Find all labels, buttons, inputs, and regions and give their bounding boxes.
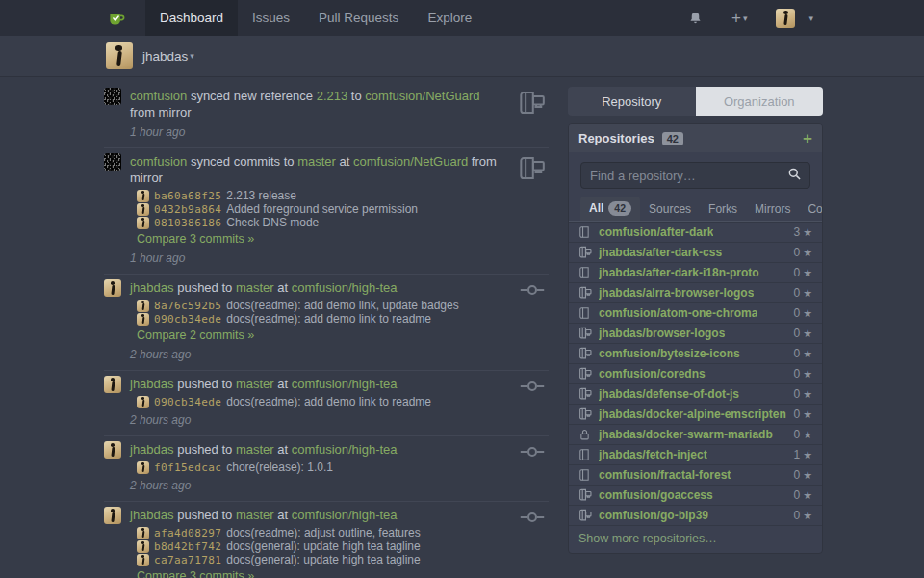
actor-avatar[interactable]: [104, 507, 121, 524]
actor-link[interactable]: jhabdas: [130, 377, 174, 391]
repo-list-item[interactable]: jhabdas/alrra-browser-logos 0 ★: [569, 282, 822, 302]
commit-message: docs(readme): add demo link, update badg…: [226, 299, 458, 312]
action-text: at: [277, 442, 288, 457]
filter-forks[interactable]: Forks: [700, 198, 746, 221]
repo-name-link[interactable]: comfusion/go-bip39: [599, 509, 708, 522]
repo-link[interactable]: comfusion/high-tea: [292, 442, 398, 457]
user-menu[interactable]: ▾: [776, 9, 813, 28]
repo-name-link[interactable]: jhabdas/docker-swarm-mariadb: [599, 428, 773, 441]
actor-avatar[interactable]: [104, 376, 121, 393]
commit-sha-link[interactable]: 0432b9a864: [154, 203, 221, 216]
star-count: 0 ★: [793, 428, 812, 441]
gitea-logo-icon[interactable]: [106, 0, 126, 36]
actor-link[interactable]: comfusion: [130, 154, 187, 169]
branch-link[interactable]: 2.213: [317, 89, 348, 103]
commit-sha-link[interactable]: ca7aa71781: [154, 554, 221, 566]
nav-explore[interactable]: Explore: [413, 0, 486, 36]
search-placeholder: Find a repository…: [590, 169, 788, 183]
commit-sha-link[interactable]: f0f15edcac: [154, 461, 221, 474]
repo-name-link[interactable]: jhabdas/defense-of-dot-js: [599, 387, 739, 401]
compare-link[interactable]: Compare 3 commits »: [137, 232, 254, 246]
repo-name-link[interactable]: comfusion/fractal-forest: [599, 468, 731, 482]
repo-search-input[interactable]: Find a repository…: [580, 162, 810, 189]
repo-list-item[interactable]: jhabdas/defense-of-dot-js 0 ★: [569, 383, 822, 404]
commit-sha-link[interactable]: ba60a68f25: [154, 190, 221, 202]
repo-name-link[interactable]: jhabdas/browser-logos: [599, 327, 725, 340]
commit-sha-link[interactable]: afa4d08297: [154, 527, 221, 539]
filter-sources[interactable]: Sources: [640, 198, 700, 221]
context-username[interactable]: jhabdas: [142, 49, 188, 64]
repo-name-link[interactable]: comfusion/after-dark: [599, 225, 713, 239]
branch-link[interactable]: master: [236, 442, 274, 457]
star-count: 0 ★: [793, 327, 812, 340]
repo-name-link[interactable]: jhabdas/fetch-inject: [599, 448, 707, 461]
repo-list-item[interactable]: comfusion/coredns 0 ★: [569, 363, 822, 383]
repo-list-item[interactable]: comfusion/go-bip39 0 ★: [569, 505, 822, 525]
repo-name-link[interactable]: jhabdas/after-dark-css: [599, 246, 722, 259]
star-icon: ★: [803, 469, 812, 482]
actor-avatar[interactable]: [104, 153, 121, 171]
create-new-button[interactable]: + ▾: [732, 10, 747, 26]
actor-avatar[interactable]: [104, 441, 121, 459]
add-repo-icon[interactable]: +: [803, 130, 812, 146]
repo-name-link[interactable]: comfusion/goaccess: [599, 488, 713, 502]
commit-sha-link[interactable]: 090cb34ede: [154, 396, 221, 408]
filter-all-count: 42: [608, 201, 631, 216]
star-icon: ★: [803, 388, 812, 401]
star-count: 1 ★: [793, 448, 812, 461]
branch-link[interactable]: master: [236, 508, 274, 522]
repo-list-item[interactable]: jhabdas/after-dark-i18n-proto 0 ★: [569, 262, 822, 282]
repo-list-item[interactable]: jhabdas/docker-swarm-mariadb 0 ★: [569, 424, 822, 444]
compare-link[interactable]: Compare 2 commits »: [137, 328, 254, 342]
filter-mirrors[interactable]: Mirrors: [746, 198, 799, 221]
show-more-repositories-link[interactable]: Show more repositories…: [569, 525, 822, 553]
context-avatar[interactable]: [106, 42, 133, 69]
actor-link[interactable]: comfusion: [130, 89, 187, 103]
notifications-bell-icon[interactable]: [688, 11, 703, 26]
repo-name-link[interactable]: comfusion/bytesize-icons: [599, 347, 740, 360]
commit-sha-link[interactable]: 0810386186: [154, 217, 221, 229]
repo-list-item[interactable]: comfusion/goaccess 0 ★: [569, 485, 822, 505]
repo-list-item[interactable]: jhabdas/browser-logos 0 ★: [569, 323, 822, 343]
repo-list-item[interactable]: comfusion/fractal-forest 0 ★: [569, 464, 822, 485]
actor-avatar[interactable]: [104, 279, 121, 297]
repo-name-link[interactable]: jhabdas/docker-alpine-emscripten: [599, 407, 786, 421]
repo-name-link[interactable]: comfusion/coredns: [599, 367, 706, 381]
nav-pull-requests[interactable]: Pull Requests: [304, 0, 413, 36]
clone-icon: [578, 327, 593, 340]
filter-collaborative[interactable]: Collaborative: [799, 198, 823, 221]
committer-avatar: [137, 203, 149, 216]
commit-sha-link[interactable]: 8a76c592b5: [154, 300, 221, 312]
repo-list-item[interactable]: comfusion/atom-one-chroma 0 ★: [569, 302, 822, 323]
compare-link[interactable]: Compare 3 commits »: [137, 569, 254, 578]
repo-list-item[interactable]: jhabdas/after-dark-css 0 ★: [569, 242, 822, 262]
branch-link[interactable]: master: [236, 280, 274, 295]
repo-link[interactable]: comfusion/high-tea: [292, 280, 398, 295]
repo-list-item[interactable]: comfusion/bytesize-icons 0 ★: [569, 343, 822, 363]
repo-name-link[interactable]: comfusion/atom-one-chroma: [599, 306, 757, 320]
repo-name-link[interactable]: jhabdas/after-dark-i18n-proto: [599, 266, 759, 279]
actor-link[interactable]: jhabdas: [130, 508, 174, 522]
branch-link[interactable]: master: [297, 154, 336, 169]
nav-dashboard[interactable]: Dashboard: [145, 0, 238, 36]
clone-icon: [578, 286, 593, 300]
branch-link[interactable]: master: [236, 377, 274, 391]
nav-issues[interactable]: Issues: [238, 0, 304, 36]
commit-sha-link[interactable]: 090cb34ede: [154, 313, 221, 326]
repo-link[interactable]: comfusion/NetGuard: [353, 154, 468, 169]
repo-link[interactable]: comfusion/NetGuard: [365, 89, 479, 103]
repo-name-link[interactable]: jhabdas/alrra-browser-logos: [599, 286, 754, 300]
filter-all[interactable]: All 42: [580, 197, 640, 221]
repo-list-item[interactable]: jhabdas/docker-alpine-emscripten 0 ★: [569, 404, 822, 424]
repo-link[interactable]: comfusion/high-tea: [292, 377, 398, 391]
commit-sha-link[interactable]: b8d42bf742: [154, 540, 221, 553]
search-icon[interactable]: [788, 167, 801, 184]
repo-link[interactable]: comfusion/high-tea: [292, 508, 398, 522]
actor-link[interactable]: jhabdas: [130, 442, 174, 457]
actor-link[interactable]: jhabdas: [130, 280, 174, 295]
actor-avatar[interactable]: [104, 88, 121, 105]
repo-list-item[interactable]: comfusion/after-dark 3 ★: [569, 222, 822, 242]
tab-organization[interactable]: Organization: [696, 87, 824, 116]
tab-repository[interactable]: Repository: [568, 87, 696, 116]
repo-list-item[interactable]: jhabdas/fetch-inject 1 ★: [569, 444, 822, 464]
